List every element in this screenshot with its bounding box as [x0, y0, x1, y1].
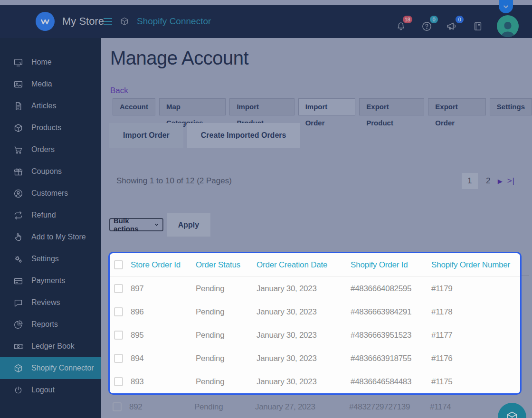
tab-account[interactable]: Account [113, 98, 155, 115]
notifications-count-badge: 18 [403, 16, 412, 23]
sidebar-item-refund[interactable]: Refund [0, 204, 101, 226]
cell-order-creation-date: January 30, 2023 [256, 354, 351, 363]
cell-order-creation-date: January 30, 2023 [256, 307, 351, 317]
pie-chart-icon [13, 320, 23, 330]
sidebar-item-articles[interactable]: Articles [0, 95, 101, 117]
docs-book-icon[interactable] [471, 19, 484, 34]
column-shopify-order-id[interactable]: Shopify Order Id [351, 260, 431, 270]
cell-order-creation-date: January 30, 2023 [256, 331, 351, 340]
cell-shopify-order-id: #4832729727139 [349, 402, 430, 412]
sidebar-item-label: Refund [31, 211, 56, 219]
back-link[interactable]: Back [110, 86, 128, 95]
cell-store-order-id: 896 [131, 307, 196, 317]
page-button-1[interactable]: 1 [462, 173, 478, 189]
sidebar-item-label: Settings [31, 255, 59, 263]
apply-button[interactable]: Apply [167, 213, 210, 237]
column-order-status[interactable]: Order Status [196, 260, 256, 270]
select-all-checkbox[interactable] [114, 260, 123, 269]
user-avatar[interactable] [497, 15, 519, 37]
menu-toggle-icon[interactable] [104, 18, 112, 25]
sidebar-item-ledger-book[interactable]: Ledger Book [0, 335, 101, 357]
tab-settings[interactable]: Settings [490, 98, 532, 115]
sidebar-item-settings[interactable]: Settings [0, 248, 101, 270]
table-row: 894 Pending January 30, 2023 #4836663918… [110, 347, 520, 370]
user-icon [13, 189, 23, 199]
tab-import-product[interactable]: Import Product [229, 98, 294, 115]
cell-order-creation-date: January 30, 2023 [256, 284, 351, 294]
sidebar-item-home[interactable]: Home [0, 51, 101, 73]
sidebar-item-label: Payments [31, 276, 65, 285]
store-logo-link[interactable]: My Store [36, 12, 104, 31]
cell-order-status: Pending [194, 402, 255, 412]
row-checkbox[interactable] [114, 354, 123, 363]
column-store-order-id[interactable]: Store Order Id [131, 260, 196, 270]
credit-card-icon [13, 276, 23, 286]
chevron-down-icon [154, 222, 159, 228]
row-checkbox[interactable] [114, 284, 123, 293]
sidebar-item-orders[interactable]: Orders [0, 139, 101, 161]
sidebar-item-logout[interactable]: Logout [0, 379, 101, 401]
tab-map-categories[interactable]: Map Categories [159, 98, 226, 115]
page-button-2[interactable]: 2 [482, 173, 495, 189]
row-checkbox[interactable] [114, 307, 123, 316]
store-name: My Store [62, 15, 104, 28]
cell-shopify-order-number: #1179 [431, 284, 520, 294]
import-order-subtabs: Import Order Create Imported Orders [109, 123, 300, 148]
subtab-create-imported-orders[interactable]: Create Imported Orders [187, 123, 300, 148]
sidebar-item-label: Orders [31, 145, 55, 154]
power-icon [13, 385, 23, 395]
pagination: 1 2 ▶ >| [462, 173, 515, 189]
cell-store-order-id: 894 [131, 354, 196, 363]
image-icon [13, 79, 23, 89]
file-icon [13, 101, 23, 111]
cell-shopify-order-id: #4836664082595 [351, 284, 431, 294]
last-page-icon[interactable]: >| [507, 176, 515, 186]
sidebar-item-add-to-my-store[interactable]: Add to My Store [0, 226, 101, 248]
sidebar-item-label: Reports [31, 320, 58, 329]
table-row-dimmed: 892 Pending January 27, 2023 #4832729727… [108, 396, 522, 418]
cell-shopify-order-id: #4836663918755 [351, 354, 431, 363]
sidebar-item-products[interactable]: Products [0, 117, 101, 139]
table-row: 897 Pending January 30, 2023 #4836664082… [110, 277, 520, 300]
tab-import-order[interactable]: Import Order [298, 98, 356, 115]
row-checkbox[interactable] [114, 331, 123, 340]
sidebar-item-customers[interactable]: Customers [0, 182, 101, 204]
table-row: 895 Pending January 30, 2023 #4836663951… [110, 323, 520, 347]
row-checkbox[interactable] [114, 377, 123, 386]
sidebar-item-label: Logout [31, 386, 55, 394]
announcements-megaphone-icon[interactable]: 0 [446, 19, 459, 34]
account-tabs: Account Map Categories Import Product Im… [113, 98, 532, 115]
sidebar-item-payments[interactable]: Payments [0, 270, 101, 292]
sidebar-item-coupons[interactable]: Coupons [0, 161, 101, 182]
sidebar-item-label: Home [31, 58, 52, 66]
sidebar-item-reports[interactable]: Reports [0, 314, 101, 335]
tab-export-order[interactable]: Export Order [428, 98, 485, 115]
cell-shopify-order-id: #4836663951523 [351, 331, 431, 340]
column-shopify-order-number[interactable]: Shopify Order Number [431, 260, 520, 270]
column-order-creation-date[interactable]: Order Creation Date [256, 260, 351, 270]
gears-icon [13, 254, 23, 264]
main-content: Manage Account Back Account Map Categori… [101, 38, 532, 418]
cell-store-order-id: 892 [129, 402, 194, 412]
orders-table-highlighted: Store Order Id Order Status Order Creati… [108, 252, 522, 395]
cell-store-order-id: 895 [131, 331, 196, 340]
sidebar-item-label: Customers [31, 189, 68, 198]
tab-export-product[interactable]: Export Product [359, 98, 424, 115]
sidebar-item-media[interactable]: Media [0, 73, 101, 95]
sidebar-item-label: Shopify Connector [31, 364, 94, 372]
subtab-import-order[interactable]: Import Order [109, 123, 183, 148]
cell-store-order-id: 897 [131, 284, 196, 294]
sidebar-item-shopify-connector[interactable]: Shopify Connector [0, 357, 101, 379]
cell-shopify-order-id: #4836646584483 [351, 377, 431, 387]
topbar: My Store Shopify Connector 18 0 0 [0, 5, 532, 38]
row-checkbox[interactable] [113, 402, 122, 411]
bulk-actions-select[interactable]: Bulk actions [109, 218, 163, 231]
cell-store-order-id: 893 [131, 377, 196, 387]
next-page-icon[interactable]: ▶ [498, 178, 503, 185]
notifications-bell-icon[interactable]: 18 [394, 19, 408, 34]
help-icon[interactable]: 0 [420, 19, 433, 34]
sidebar-item-reviews[interactable]: Reviews [0, 292, 101, 314]
sidebar-item-label: Articles [31, 102, 56, 110]
cell-order-status: Pending [196, 354, 256, 363]
table-row: 896 Pending January 30, 2023 #4836663984… [110, 300, 520, 323]
